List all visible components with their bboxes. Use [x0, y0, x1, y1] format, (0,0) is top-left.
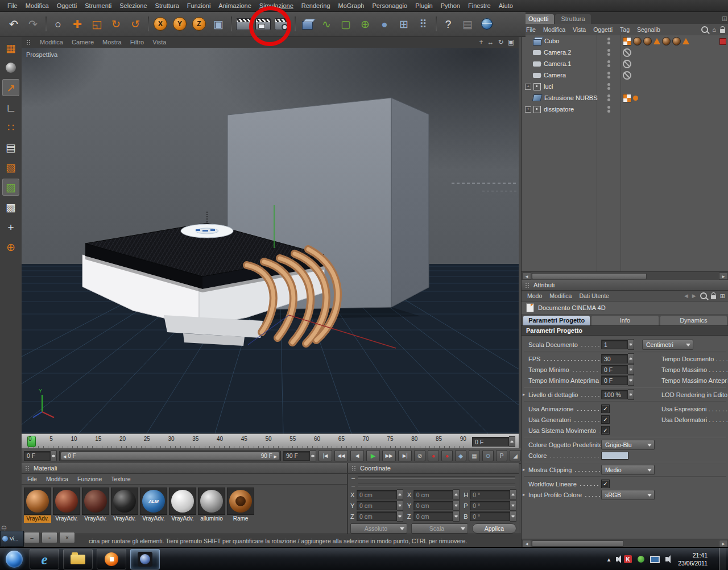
scrollbar-thumb[interactable]: [532, 273, 647, 279]
expand-triangle-icon[interactable]: ▸: [523, 392, 525, 397]
visibility-toggles[interactable]: [600, 49, 617, 56]
object-row-estrusione[interactable]: Estrusione NURBS: [522, 92, 728, 104]
om-menu-segnalib[interactable]: Segnalib: [637, 26, 660, 33]
camera-disabled-icon[interactable]: [623, 48, 631, 57]
snap-settings-button[interactable]: ⊕: [2, 238, 19, 255]
panel-options-icon[interactable]: ⊞: [722, 15, 727, 22]
expand-triangle-icon[interactable]: ▸: [523, 492, 525, 497]
rotate-view-icon[interactable]: ↻: [498, 39, 504, 46]
range-start-field[interactable]: 0 F: [24, 451, 57, 461]
taskbar-clock[interactable]: 21:41 23/06/2011: [673, 551, 713, 567]
material-label[interactable]: VrayAdv.: [82, 515, 109, 523]
pos-y-field[interactable]: 0 cm: [357, 500, 403, 511]
selection-tag-icon[interactable]: [633, 96, 638, 101]
mostra-clipping-dropdown[interactable]: Medio: [601, 465, 655, 475]
audio-tray-icon[interactable]: [665, 557, 668, 561]
material-label[interactable]: VrayAdv.: [169, 515, 196, 523]
group-collapse-dash[interactable]: –: [351, 474, 355, 481]
scrollbar-thumb[interactable]: [532, 540, 624, 547]
object-row-camera2[interactable]: Camera.2: [522, 47, 728, 58]
material-tag-icon[interactable]: [643, 37, 652, 46]
material-item[interactable]: VrayAdv.: [111, 488, 138, 523]
current-frame-field[interactable]: 0 F: [472, 436, 515, 447]
timeline-range-slider[interactable]: ◀ 0 F 90 F ▶: [59, 451, 281, 461]
lock-x-axis-button[interactable]: X: [151, 14, 169, 34]
scale-tool-button[interactable]: ◱: [88, 14, 106, 34]
size-mode-dropdown[interactable]: Scala: [411, 523, 468, 534]
range-end-stepper[interactable]: [310, 451, 316, 461]
minimize-button[interactable]: –: [24, 532, 40, 543]
coordinates-group-row[interactable]: –: [348, 481, 519, 489]
pos-x-field[interactable]: 0 cm: [357, 489, 403, 500]
texture-mode-button[interactable]: ↗: [2, 79, 19, 96]
key-plr-button[interactable]: ◢: [510, 450, 521, 461]
object-manager-hscrollbar[interactable]: ◀ ▶: [522, 271, 728, 280]
menu-modifica[interactable]: Modifica: [22, 2, 53, 9]
history-back-icon[interactable]: ◀: [684, 294, 688, 299]
group-collapse-dash[interactable]: –: [351, 482, 355, 489]
pan-view-icon[interactable]: +: [479, 39, 483, 46]
visibility-toggles[interactable]: [600, 60, 617, 67]
material-item[interactable]: VrayAdv.: [24, 488, 51, 523]
taskbar-explorer[interactable]: [63, 549, 93, 569]
points-mode-button[interactable]: ∷: [2, 119, 19, 136]
lock-z-axis-button[interactable]: Z: [190, 14, 208, 34]
livello-dettaglio-field[interactable]: 100 %: [601, 389, 634, 400]
range-start-stepper[interactable]: [51, 451, 57, 461]
range-end-field[interactable]: 90 F: [283, 451, 316, 461]
visibility-toggles[interactable]: [600, 72, 617, 79]
texture-axis-mode-button[interactable]: ▩: [2, 199, 19, 216]
menu-aiuto[interactable]: Aiuto: [495, 2, 517, 9]
visibility-toggles[interactable]: [600, 106, 617, 113]
viewport-menu-mostra[interactable]: Mostra: [102, 39, 122, 46]
usa-sistema-movimento-checkbox[interactable]: ✓: [601, 426, 610, 435]
size-x-field[interactable]: 0 cm: [413, 489, 460, 500]
workplane-mode-button[interactable]: ∟: [2, 99, 19, 116]
attr-menu-modo[interactable]: Modo: [527, 292, 542, 299]
stepper[interactable]: [510, 511, 516, 522]
panel-grip[interactable]: [25, 465, 30, 471]
workflow-lineare-checkbox[interactable]: ✓: [601, 480, 610, 488]
menu-rendering[interactable]: Rendering: [297, 2, 334, 9]
attr-menu-dati-utente[interactable]: Dati Utente: [579, 292, 609, 299]
material-label[interactable]: VrayAdv.: [140, 515, 167, 523]
nurbs-button[interactable]: ▢: [337, 14, 355, 34]
panel-grip[interactable]: [525, 282, 530, 288]
menu-file[interactable]: File: [3, 2, 22, 9]
show-desktop-button[interactable]: [719, 548, 726, 570]
tab-parametri-progetto[interactable]: Parametri Progetto: [523, 316, 590, 325]
undo-button[interactable]: ↶: [5, 14, 23, 34]
viewport-scene[interactable]: Y: [22, 48, 519, 433]
start-button[interactable]: [6, 551, 23, 568]
coordinate-system-button[interactable]: ▣: [209, 14, 228, 34]
rotate-tool-button[interactable]: ↻: [107, 14, 125, 34]
previous-key-button[interactable]: ◀◀: [334, 450, 348, 461]
last-tool-button[interactable]: ↺: [126, 14, 144, 34]
record-keyframe-button[interactable]: ●: [428, 450, 439, 461]
scroll-right-icon[interactable]: ▶: [719, 540, 728, 547]
scroll-left-icon[interactable]: ◀: [522, 272, 531, 280]
antivirus-tray-icon[interactable]: K: [624, 555, 632, 563]
network-tray-icon[interactable]: [650, 556, 660, 563]
color-swatch[interactable]: [601, 452, 628, 460]
om-menu-vista[interactable]: Vista: [573, 26, 586, 33]
taskbar-internet-explorer[interactable]: e: [30, 549, 59, 569]
zoom-view-icon[interactable]: ↔: [487, 39, 494, 46]
tab-dynamics[interactable]: Dynamics: [660, 316, 727, 325]
keyframe-selection-button[interactable]: ⊘: [414, 450, 425, 461]
menu-strumenti[interactable]: Strumenti: [81, 2, 115, 9]
panel-options-icon[interactable]: ⊞: [720, 292, 725, 300]
restore-button[interactable]: ▫: [42, 532, 57, 543]
spline-button[interactable]: ∿: [317, 14, 336, 34]
viewport-menu-filtro[interactable]: Filtro: [130, 39, 144, 46]
viewport-menu-modifica[interactable]: Modifica: [40, 39, 63, 46]
attr-menu-modifica[interactable]: Modifica: [549, 292, 572, 299]
size-y-field[interactable]: 0 cm: [413, 500, 460, 511]
menu-animazione[interactable]: Animazione: [214, 2, 255, 9]
timeline-ruler[interactable]: 0 5 10 15 20 25 30 35 40 45 50 55 60 65 …: [22, 433, 519, 449]
uv-mode-button[interactable]: ▨: [2, 179, 19, 196]
visibility-toggles[interactable]: [600, 94, 617, 101]
stepper[interactable]: [397, 500, 403, 511]
menu-selezione[interactable]: Selezione: [115, 2, 151, 9]
taskbar-media-player[interactable]: [97, 549, 126, 569]
